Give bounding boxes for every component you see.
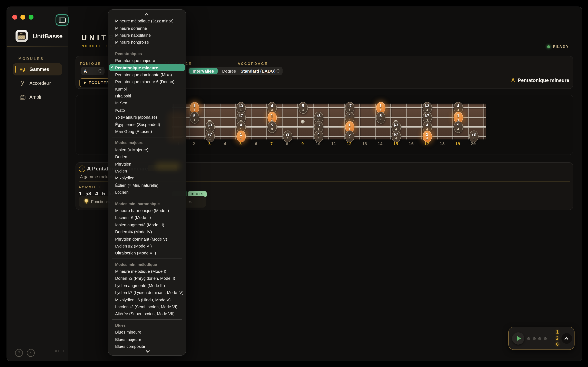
menu-item[interactable]: ✓Mineure mélodique (Jazz minor) (108, 17, 186, 25)
menu-section-header: Pentatoniques (108, 50, 186, 57)
chevron-up-down-icon (277, 68, 280, 73)
play-button[interactable] (512, 332, 524, 345)
segment-degres[interactable]: Degrés (218, 68, 240, 74)
fret-number: 3 (208, 142, 211, 146)
tuning-value: Standard (EADG) (241, 68, 276, 73)
menu-section-header: Modes majeurs (108, 139, 186, 146)
fret-number: 11 (331, 142, 336, 146)
menu-item[interactable]: ✓Ultralocrien (Mode VII) (108, 250, 186, 257)
menu-divider (108, 257, 186, 261)
note-badge: ♭34 (283, 130, 292, 142)
fret-wire (468, 104, 469, 140)
menu-item[interactable]: ✓Lydien augmenté (Mode III) (108, 282, 186, 289)
menu-item[interactable]: ✓Phrygien (108, 160, 186, 167)
menu-item[interactable]: ✓Lydien ♭7 (Lydien dominant, Mode IV) (108, 289, 186, 296)
modules-section-label: MODULES (18, 57, 44, 61)
menu-item[interactable]: ✓Iwato (108, 107, 186, 114)
menu-item[interactable]: ✓Dorien ♭2 (Phrygidorien, Mode II) (108, 275, 186, 282)
menu-item[interactable]: ✓Lydien (108, 167, 186, 175)
note-badge: 54 (453, 121, 463, 133)
menu-item[interactable]: ✓Dorien (108, 153, 186, 160)
accordage-label: ACCORDAGE (238, 62, 268, 66)
sidebar-item-ampli[interactable]: Ampli (13, 91, 62, 103)
menu-item[interactable]: ✓Mineure napolitaine (108, 32, 186, 39)
fret-wire (406, 104, 407, 140)
current-root: A (511, 77, 515, 83)
menu-item[interactable]: ✓Mineure mélodique (Mode I) (108, 268, 186, 275)
sidebar-toggle-button[interactable] (56, 14, 69, 26)
about-button[interactable]: i (27, 349, 35, 357)
sidebar-item-label: Ampli (29, 95, 41, 100)
menu-item[interactable]: ✓Lydien #2 (Mode VI) (108, 242, 186, 250)
menu-item[interactable]: ✓Éolien (= Min. naturelle) (108, 182, 186, 189)
menu-item[interactable]: ✓Blues mineure (108, 329, 186, 336)
tuning-select[interactable]: Standard (EADG) (238, 67, 283, 75)
menu-item[interactable]: ✓Altérée (Super locrien, Mode VII) (108, 310, 186, 317)
sidebar-item-label: Gammes (29, 67, 49, 72)
menu-item[interactable]: ✓Dorien #4 (Mode IV) (108, 228, 186, 235)
fret-wire (452, 104, 453, 140)
fret-wire (375, 104, 376, 140)
close-button[interactable] (12, 15, 17, 20)
fret-wire (266, 104, 267, 140)
menu-item[interactable]: ✓Pentatonique majeure (108, 57, 186, 64)
menu-item[interactable]: ✓Ionien (= Majeure) (108, 146, 186, 153)
fret-number: 12 (347, 142, 352, 146)
tonique-value: A (84, 68, 87, 73)
sidebar-item-accordeur[interactable]: Accordeur (13, 77, 62, 89)
menu-item[interactable]: ✓Mixolydien (108, 175, 186, 182)
checkmark-icon: ✓ (111, 65, 114, 69)
menu-item[interactable]: ✓Mineure hongroise (108, 39, 186, 46)
sidebar-divider (7, 47, 68, 47)
play-icon (84, 81, 86, 84)
scroll-down-area[interactable] (108, 348, 186, 354)
collapse-player-button[interactable] (562, 333, 572, 344)
bpm-digit: 2 (554, 335, 560, 341)
menu-section-header: Blues (108, 322, 186, 329)
scroll-up-area[interactable] (108, 11, 186, 17)
note-badge: ♭71 (205, 130, 215, 142)
menu-item[interactable]: ✓Kumoi (108, 85, 186, 92)
beat-dot (533, 337, 536, 340)
menu-item[interactable]: ✓Phrygien dominant (Mode V) (108, 235, 186, 243)
fret-number: 17 (424, 142, 429, 146)
chevron-up-down-icon (98, 68, 102, 73)
menu-item[interactable]: ✓Pentatonique mineure 6 (Dorian) (108, 78, 186, 85)
sidebar-item-gammes[interactable]: Gammes (13, 63, 62, 75)
play-icon (517, 336, 521, 341)
menu-item[interactable]: ✓Égyptienne (Suspended) (108, 121, 186, 128)
menu-item[interactable]: ✓Locrien ♮6 (Mode II) (108, 214, 186, 221)
menu-item[interactable]: ✓Yo (Majeure japonaise) (108, 114, 186, 121)
fret-number: 20 (471, 142, 476, 146)
menu-item[interactable]: ✓Blues majeure (108, 336, 186, 343)
menu-item[interactable]: ✓Mineure dorienne (108, 25, 186, 32)
zoom-button[interactable] (29, 15, 34, 20)
menu-item[interactable]: ✓In-Sen (108, 100, 186, 107)
app-logo-icon (16, 30, 28, 42)
lightbulb-icon (85, 199, 88, 203)
info-icon: i (79, 166, 85, 172)
menu-item[interactable]: ✓Pentatonique dominante (Mixo) (108, 71, 186, 78)
fret-number: 16 (409, 142, 414, 146)
menu-divider (108, 46, 186, 50)
menu-item[interactable]: ✓Mineure harmonique (Mode I) (108, 207, 186, 214)
status-label: READY (553, 44, 569, 49)
menu-item[interactable]: ✓Ionien augmenté (Mode III) (108, 221, 186, 228)
menu-item[interactable]: ✓Man Gong (Ritusen) (108, 128, 186, 135)
sidebar-item-label: Accordeur (29, 81, 51, 86)
menu-item[interactable]: ✓Pentatonique mineure (109, 64, 185, 71)
menu-item[interactable]: ✓Hirajoshi (108, 92, 186, 100)
bpm-display: 120 (554, 329, 560, 347)
tonique-select[interactable]: A (81, 67, 104, 75)
menu-item[interactable]: ✓Locrien (108, 189, 186, 196)
fret-wire (344, 104, 345, 140)
menu-item[interactable]: ✓Mixolydien ♭6 (Hindu, Mode V) (108, 296, 186, 303)
minimize-button[interactable] (20, 15, 25, 20)
fret-wire (251, 104, 251, 140)
segment-intervalles[interactable]: Intervalles (189, 68, 218, 74)
help-button[interactable]: ? (15, 349, 23, 357)
chevron-up-icon (564, 337, 568, 341)
window-controls (12, 15, 34, 20)
menu-item[interactable]: ✓Locrien ♮2 (Semi-locrien, Mode VI) (108, 303, 186, 310)
fret-number: 15 (393, 142, 398, 146)
